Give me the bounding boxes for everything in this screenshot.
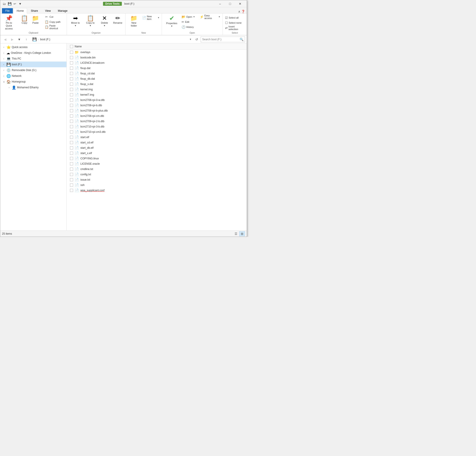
file-row-bcm2709-2b[interactable]: 📄 bcm2709-rpi-2-b.dtb (67, 119, 247, 124)
file-row-ssh[interactable]: 📄 ssh (67, 182, 247, 188)
row-checkbox[interactable] (70, 173, 73, 176)
row-checkbox[interactable] (70, 130, 73, 133)
maximize-button[interactable]: □ (225, 0, 235, 7)
row-checkbox[interactable] (70, 183, 73, 187)
row-checkbox[interactable] (70, 88, 73, 91)
paste-button[interactable]: 📁 Paste (30, 14, 41, 25)
file-row-bootcode[interactable]: 📄 bootcode.bin (67, 55, 247, 60)
row-checkbox[interactable] (70, 146, 73, 149)
sidebar-item-quick-access[interactable]: › ⭐ Quick access (0, 44, 67, 50)
row-checkbox[interactable] (70, 178, 73, 181)
rename-button[interactable]: ✏ Rename (111, 14, 124, 25)
new-item-button[interactable]: 📄 New item ▼ (141, 15, 160, 20)
select-all-button[interactable]: ☑ Select all (224, 15, 246, 20)
tab-file[interactable]: File (2, 8, 13, 14)
file-row-fixup-dat[interactable]: 📄 fixup.dat (67, 66, 247, 71)
file-row-start-x[interactable]: 📄 start_x.elf (67, 150, 247, 156)
edit-button[interactable]: ✏ Edit (181, 19, 198, 24)
row-checkbox[interactable] (70, 56, 73, 59)
homegroup-expand[interactable]: ∨ (2, 81, 6, 83)
row-checkbox[interactable] (70, 83, 73, 86)
row-checkbox[interactable] (70, 99, 73, 102)
history-button[interactable]: 🕐 History (181, 25, 198, 29)
forward-button[interactable]: ▶ (9, 36, 15, 42)
row-checkbox[interactable] (70, 61, 73, 64)
sidebar-item-boot-f[interactable]: › 💾 boot (F:) (0, 62, 67, 67)
file-row-copying-linux[interactable]: 📄 COPYING.linux (67, 156, 247, 161)
file-row-kernel7[interactable]: 📄 kernel7.img (67, 92, 247, 97)
this-pc-expand[interactable]: › (2, 58, 6, 60)
recent-locations-button[interactable]: ▼ (16, 36, 22, 42)
row-checkbox[interactable] (70, 125, 73, 128)
row-checkbox[interactable] (70, 167, 73, 171)
file-row-bcm2708-bplus[interactable]: 📄 bcm2708-rpi-b-plus.dtb (67, 108, 247, 113)
row-checkbox[interactable] (70, 109, 73, 112)
row-checkbox[interactable] (70, 152, 73, 155)
file-row-fixup-x[interactable]: 📄 fixup_x.dat (67, 82, 247, 87)
move-to-button[interactable]: ➡ Move to ▼ (68, 14, 83, 28)
copy-button[interactable]: 📋 Copy (19, 14, 30, 25)
file-row-licence-broadcom[interactable]: 📄 LICENCE.broadcom (67, 60, 247, 66)
large-icons-view-button[interactable]: ⊞ (239, 231, 245, 236)
file-row-license-oracle[interactable]: 📄 LICENSE.oracle (67, 161, 247, 166)
header-checkbox[interactable] (68, 45, 75, 48)
tab-manage[interactable]: Manage (54, 8, 71, 13)
sidebar-item-homegroup[interactable]: ∨ 🏠 Homegroup (0, 79, 67, 84)
refresh-button[interactable]: ↺ (194, 36, 200, 42)
address-dropdown-button[interactable]: ▼ (188, 37, 193, 42)
file-row-config[interactable]: 📄 config.txt (67, 172, 247, 177)
properties-button[interactable]: ✔ Properties ▼ (163, 14, 180, 28)
row-checkbox[interactable] (70, 162, 73, 165)
file-row-bcm2708-b[interactable]: 📄 bcm2708-rpi-b.dtb (67, 103, 247, 108)
search-input[interactable] (202, 38, 240, 41)
sidebar-item-mohamed[interactable]: › 👤 Mohamed Elhariry (0, 84, 67, 90)
tab-view[interactable]: View (42, 8, 54, 13)
row-checkbox[interactable] (70, 120, 73, 123)
delete-button[interactable]: ✕ Delete ▼ (98, 14, 111, 28)
row-checkbox[interactable] (70, 157, 73, 160)
sidebar-item-onedrive[interactable]: › ☁ OneDrive - King's College London (0, 50, 67, 56)
customize-icon[interactable]: ▼ (18, 1, 22, 6)
open-button[interactable]: 📂 Open ▼ (181, 14, 198, 19)
ribbon-collapse-button[interactable]: ∧ (238, 10, 240, 13)
select-all-checkbox[interactable] (70, 45, 73, 48)
easy-access-button[interactable]: ⚡ Easy access ▼ (199, 14, 221, 19)
sidebar-item-removable-g[interactable]: › 💿 Removable Disk (G:) (0, 67, 67, 73)
row-checkbox[interactable] (70, 136, 73, 139)
new-folder-button[interactable]: 📁 New folder (127, 14, 141, 28)
address-path[interactable]: 💾 › boot (F:) (30, 37, 187, 42)
file-row-bcm2708-0w[interactable]: 📄 bcm2708-rpi-0-w.dtb (67, 97, 247, 103)
removable-g-expand[interactable]: › (2, 69, 6, 72)
file-row-overlays[interactable]: 📁 overlays (67, 50, 247, 55)
mohamed-expand[interactable]: › (7, 86, 11, 89)
sidebar-item-this-pc[interactable]: › 💻 This PC (0, 56, 67, 62)
row-checkbox[interactable] (70, 189, 73, 192)
search-icon[interactable]: 🔍 (240, 38, 243, 41)
file-row-fixup-cd[interactable]: 📄 fixup_cd.dat (67, 71, 247, 76)
onedrive-expand[interactable]: › (2, 52, 6, 54)
undo-icon[interactable]: ↩ (13, 1, 17, 6)
boot-f-expand[interactable]: › (2, 63, 6, 66)
file-row-bcm2710-cm3[interactable]: 📄 bcm2710-rpi-cm3.dtb (67, 129, 247, 135)
header-name[interactable]: Name (75, 45, 245, 48)
file-row-kernel-img[interactable]: 📄 kernel.img (67, 87, 247, 92)
file-row-fixup-db[interactable]: 📄 fixup_db.dat (67, 76, 247, 82)
tab-share[interactable]: Share (27, 8, 41, 13)
copy-to-button[interactable]: 📋 Copy to ▼ (83, 14, 98, 28)
paste-shortcut-button[interactable]: 📋 Paste shortcut (44, 25, 65, 29)
help-button[interactable]: ❓ (241, 10, 245, 13)
sidebar-item-network[interactable]: › 🌐 Network (0, 73, 67, 79)
file-row-start-cd[interactable]: 📄 start_cd.elf (67, 140, 247, 145)
pin-to-quick-access-button[interactable]: 📌 Pin to Quick access (1, 14, 16, 31)
minimize-button[interactable]: – (215, 0, 225, 7)
close-button[interactable]: ✕ (235, 0, 245, 7)
row-checkbox[interactable] (70, 67, 73, 70)
row-checkbox[interactable] (70, 141, 73, 144)
quick-save-icon[interactable]: 💾 (7, 1, 12, 6)
network-expand[interactable]: › (2, 75, 6, 77)
up-button[interactable]: ↑ (23, 36, 29, 42)
row-checkbox[interactable] (70, 77, 73, 80)
row-checkbox[interactable] (70, 115, 73, 117)
cut-button[interactable]: ✂ Cut (44, 14, 65, 19)
tab-home[interactable]: Home (13, 8, 27, 14)
